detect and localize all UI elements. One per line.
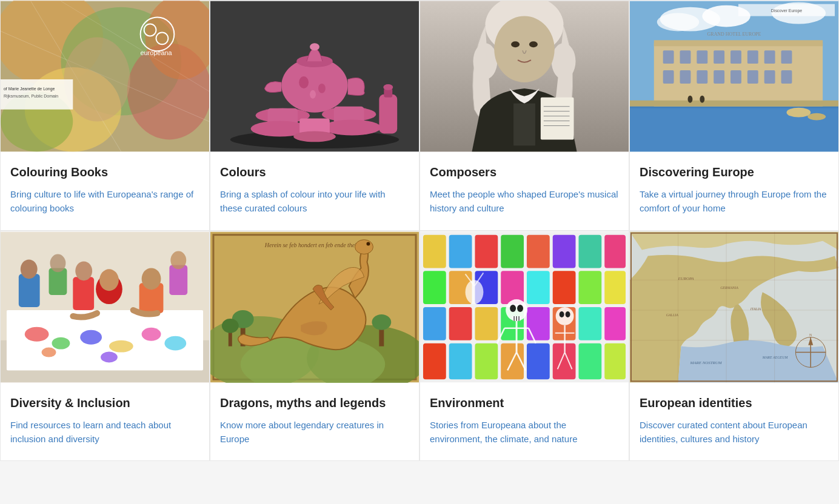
svg-rect-66 bbox=[764, 50, 775, 64]
svg-point-94 bbox=[42, 347, 56, 357]
svg-point-156 bbox=[510, 305, 516, 312]
svg-point-33 bbox=[383, 84, 393, 90]
svg-rect-63 bbox=[714, 50, 724, 64]
card-european-identities[interactable]: EUROPA GALLIA GERMANIA ITALIA MARE NOSTR… bbox=[629, 231, 839, 462]
svg-text:N: N bbox=[809, 333, 812, 336]
card-title-discovering: Discovering Europe bbox=[640, 164, 829, 180]
svg-point-117 bbox=[372, 314, 391, 330]
svg-point-35 bbox=[318, 84, 326, 93]
svg-point-92 bbox=[142, 327, 161, 340]
card-environment[interactable]: Environment Stories from Europeana about… bbox=[420, 231, 629, 462]
svg-rect-147 bbox=[423, 343, 446, 379]
card-body-diversity: Diversity & Inclusion Find resources to … bbox=[1, 383, 209, 461]
svg-rect-125 bbox=[475, 234, 498, 268]
card-body-european: European identities Discover curated con… bbox=[630, 383, 838, 461]
svg-point-81 bbox=[687, 96, 692, 103]
svg-text:GALLIA: GALLIA bbox=[666, 313, 679, 316]
svg-text:GERMANIA: GERMANIA bbox=[720, 286, 738, 290]
card-title-european: European identities bbox=[640, 395, 829, 411]
card-body-environment: Environment Stories from Europeana about… bbox=[420, 383, 629, 461]
svg-point-82 bbox=[700, 96, 704, 103]
svg-rect-138 bbox=[604, 271, 626, 304]
card-diversity[interactable]: Diversity & Inclusion Find resources to … bbox=[0, 231, 210, 462]
svg-rect-134 bbox=[501, 271, 524, 304]
svg-point-95 bbox=[101, 351, 118, 362]
svg-text:Herein se feb hondert en feb e: Herein se feb hondert en feb ende thelfl… bbox=[264, 241, 364, 248]
card-title-environment: Environment bbox=[430, 395, 619, 411]
card-body-colours: Colours Bring a splash of colour into yo… bbox=[210, 152, 419, 230]
svg-rect-102 bbox=[73, 277, 94, 310]
svg-rect-148 bbox=[449, 343, 472, 379]
svg-text:Rijksmuseum, Public Domain: Rijksmuseum, Public Domain bbox=[4, 94, 58, 99]
card-colouring-books[interactable]: europeana of Marie Jeanette de Longe Rij… bbox=[0, 0, 210, 231]
svg-point-169 bbox=[566, 311, 570, 317]
svg-point-120 bbox=[355, 239, 373, 254]
svg-rect-106 bbox=[169, 265, 187, 295]
svg-rect-140 bbox=[449, 307, 472, 340]
card-image-colouring: europeana of Marie Jeanette de Longe Rij… bbox=[1, 1, 209, 152]
card-body-composers: Composers Meet the people who shaped Eur… bbox=[420, 152, 629, 230]
card-colours[interactable]: Colours Bring a splash of colour into yo… bbox=[210, 0, 420, 231]
svg-rect-76 bbox=[654, 40, 823, 46]
card-title-colours: Colours bbox=[220, 164, 409, 180]
svg-point-88 bbox=[25, 327, 49, 341]
svg-text:Discover Europe: Discover Europe bbox=[771, 8, 802, 13]
card-image-colours bbox=[210, 1, 419, 152]
svg-rect-70 bbox=[697, 70, 707, 84]
svg-rect-136 bbox=[553, 271, 576, 304]
svg-rect-141 bbox=[475, 307, 498, 340]
svg-point-119 bbox=[222, 318, 239, 333]
card-desc-colouring: Bring culture to life with Europeana's r… bbox=[10, 187, 199, 216]
svg-point-40 bbox=[473, 43, 497, 79]
svg-rect-126 bbox=[501, 234, 524, 268]
svg-rect-128 bbox=[553, 234, 576, 268]
svg-point-55 bbox=[657, 13, 700, 31]
svg-rect-31 bbox=[379, 94, 397, 134]
svg-point-167 bbox=[556, 307, 574, 325]
svg-rect-68 bbox=[663, 70, 674, 84]
card-desc-environment: Stories from Europeana about the environ… bbox=[430, 418, 619, 446]
svg-rect-153 bbox=[578, 343, 601, 379]
card-image-diversity bbox=[1, 231, 209, 383]
svg-rect-69 bbox=[680, 70, 691, 84]
svg-rect-74 bbox=[764, 70, 775, 84]
svg-rect-100 bbox=[19, 274, 40, 307]
svg-rect-129 bbox=[578, 234, 601, 268]
svg-rect-151 bbox=[527, 343, 550, 379]
gallery-grid: europeana of Marie Jeanette de Longe Rij… bbox=[0, 0, 839, 461]
svg-rect-61 bbox=[680, 50, 691, 64]
card-desc-diversity: Find resources to learn and teach about … bbox=[10, 418, 199, 446]
svg-point-22 bbox=[310, 43, 319, 50]
svg-rect-58 bbox=[630, 107, 838, 108]
svg-point-157 bbox=[517, 305, 523, 312]
svg-rect-146 bbox=[604, 307, 626, 340]
card-discovering-europe[interactable]: GRAND HOTEL EUROPE Discover Europe Disco… bbox=[629, 0, 839, 231]
svg-rect-149 bbox=[475, 343, 498, 379]
svg-text:MARE NOSTRUM: MARE NOSTRUM bbox=[689, 360, 722, 365]
card-title-diversity: Diversity & Inclusion bbox=[10, 395, 199, 411]
svg-point-36 bbox=[310, 90, 316, 99]
card-image-environment bbox=[420, 231, 629, 383]
svg-point-28 bbox=[323, 120, 381, 136]
card-dragons[interactable]: Herein se feb hondert en feb ende thelfl… bbox=[210, 231, 420, 462]
card-title-composers: Composers bbox=[430, 164, 619, 180]
card-composers[interactable]: Composers Meet the people who shaped Eur… bbox=[420, 0, 629, 231]
svg-point-107 bbox=[170, 251, 186, 269]
svg-rect-60 bbox=[663, 50, 674, 64]
svg-rect-127 bbox=[527, 234, 550, 268]
svg-point-174 bbox=[466, 280, 484, 304]
card-body-discovering: Discovering Europe Take a virtual journe… bbox=[630, 152, 838, 230]
svg-rect-73 bbox=[747, 70, 758, 84]
svg-point-90 bbox=[80, 330, 102, 344]
svg-point-121 bbox=[367, 242, 370, 245]
svg-rect-62 bbox=[697, 50, 707, 64]
card-desc-dragons: Know more about legendary creatures in E… bbox=[220, 418, 409, 446]
svg-point-79 bbox=[786, 108, 811, 118]
svg-rect-72 bbox=[730, 70, 741, 84]
card-title-colouring: Colouring Books bbox=[10, 164, 199, 180]
svg-point-41 bbox=[552, 43, 576, 79]
svg-rect-124 bbox=[449, 234, 472, 268]
card-title-dragons: Dragons, myths and legends bbox=[220, 395, 409, 411]
svg-point-168 bbox=[560, 311, 564, 317]
svg-rect-123 bbox=[423, 234, 446, 268]
